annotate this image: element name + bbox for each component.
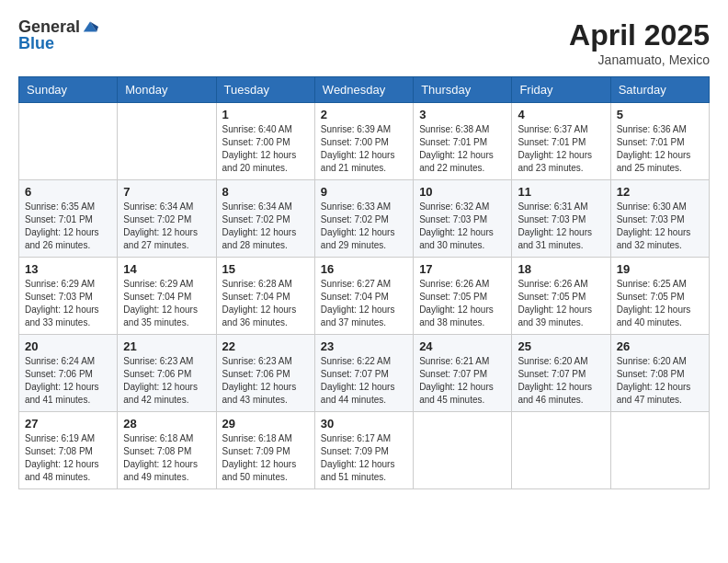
day-number: 8: [222, 185, 309, 199]
day-detail: Sunrise: 6:17 AM Sunset: 7:09 PM Dayligh…: [321, 432, 407, 484]
day-number: 26: [617, 339, 703, 353]
day-detail: Sunrise: 6:26 AM Sunset: 7:05 PM Dayligh…: [518, 278, 604, 329]
day-number: 7: [123, 185, 210, 199]
day-number: 3: [419, 108, 506, 121]
day-number: 5: [617, 108, 703, 121]
day-detail: Sunrise: 6:39 AM Sunset: 7:00 PM Dayligh…: [321, 123, 407, 175]
day-detail: Sunrise: 6:27 AM Sunset: 7:04 PM Dayligh…: [321, 278, 407, 329]
weekday-header: Saturday: [610, 77, 709, 103]
calendar-cell: 7Sunrise: 6:34 AM Sunset: 7:02 PM Daylig…: [118, 180, 216, 258]
logo: General Blue: [18, 18, 98, 52]
day-detail: Sunrise: 6:30 AM Sunset: 7:03 PM Dayligh…: [617, 201, 703, 252]
day-number: 2: [321, 108, 407, 121]
day-number: 19: [617, 262, 703, 276]
weekday-header: Wednesday: [314, 77, 413, 103]
day-detail: Sunrise: 6:18 AM Sunset: 7:09 PM Dayligh…: [222, 432, 309, 484]
day-number: 13: [25, 262, 111, 276]
day-number: 10: [419, 185, 506, 199]
calendar-cell: 15Sunrise: 6:28 AM Sunset: 7:04 PM Dayli…: [216, 258, 314, 335]
day-detail: Sunrise: 6:22 AM Sunset: 7:07 PM Dayligh…: [321, 355, 407, 407]
calendar-cell: 11Sunrise: 6:31 AM Sunset: 7:03 PM Dayli…: [512, 180, 610, 258]
day-number: 12: [617, 185, 703, 199]
calendar-cell: 29Sunrise: 6:18 AM Sunset: 7:09 PM Dayli…: [216, 412, 314, 489]
day-detail: Sunrise: 6:34 AM Sunset: 7:02 PM Dayligh…: [123, 201, 210, 252]
calendar-cell: 1Sunrise: 6:40 AM Sunset: 7:00 PM Daylig…: [216, 103, 314, 180]
calendar-cell: 22Sunrise: 6:23 AM Sunset: 7:06 PM Dayli…: [216, 335, 314, 412]
day-number: 4: [518, 108, 604, 121]
weekday-header: Friday: [512, 77, 610, 103]
day-number: 25: [518, 339, 604, 353]
day-number: 21: [123, 339, 210, 353]
day-detail: Sunrise: 6:20 AM Sunset: 7:07 PM Dayligh…: [518, 355, 604, 407]
day-number: 27: [25, 417, 111, 431]
day-number: 22: [222, 339, 309, 353]
location-title: Janamuato, Mexico: [569, 52, 710, 67]
calendar-cell: 4Sunrise: 6:37 AM Sunset: 7:01 PM Daylig…: [512, 103, 610, 180]
day-number: 30: [321, 417, 407, 431]
day-detail: Sunrise: 6:29 AM Sunset: 7:04 PM Dayligh…: [123, 278, 210, 329]
calendar-cell: 30Sunrise: 6:17 AM Sunset: 7:09 PM Dayli…: [314, 412, 413, 489]
day-detail: Sunrise: 6:26 AM Sunset: 7:05 PM Dayligh…: [419, 278, 506, 329]
weekday-header: Sunday: [19, 77, 118, 103]
calendar-cell: 23Sunrise: 6:22 AM Sunset: 7:07 PM Dayli…: [314, 335, 413, 412]
day-number: 18: [518, 262, 604, 276]
calendar-cell: 6Sunrise: 6:35 AM Sunset: 7:01 PM Daylig…: [19, 180, 118, 258]
calendar-cell: [118, 103, 216, 180]
day-number: 1: [222, 108, 309, 121]
calendar-cell: 14Sunrise: 6:29 AM Sunset: 7:04 PM Dayli…: [118, 258, 216, 335]
day-detail: Sunrise: 6:23 AM Sunset: 7:06 PM Dayligh…: [123, 355, 210, 407]
day-detail: Sunrise: 6:33 AM Sunset: 7:02 PM Dayligh…: [321, 201, 407, 252]
calendar-cell: 9Sunrise: 6:33 AM Sunset: 7:02 PM Daylig…: [314, 180, 413, 258]
calendar-cell: 13Sunrise: 6:29 AM Sunset: 7:03 PM Dayli…: [19, 258, 118, 335]
calendar-cell: 20Sunrise: 6:24 AM Sunset: 7:06 PM Dayli…: [19, 335, 118, 412]
day-detail: Sunrise: 6:20 AM Sunset: 7:08 PM Dayligh…: [617, 355, 703, 407]
day-detail: Sunrise: 6:29 AM Sunset: 7:03 PM Dayligh…: [25, 278, 111, 329]
calendar-cell: 5Sunrise: 6:36 AM Sunset: 7:01 PM Daylig…: [610, 103, 709, 180]
page-header: General Blue April 2025 Janamuato, Mexic…: [18, 18, 710, 67]
calendar-header-row: SundayMondayTuesdayWednesdayThursdayFrid…: [19, 77, 710, 103]
day-detail: Sunrise: 6:19 AM Sunset: 7:08 PM Dayligh…: [25, 432, 111, 484]
calendar-cell: 8Sunrise: 6:34 AM Sunset: 7:02 PM Daylig…: [216, 180, 314, 258]
day-number: 9: [321, 185, 407, 199]
day-number: 24: [419, 339, 506, 353]
day-number: 23: [321, 339, 407, 353]
day-detail: Sunrise: 6:38 AM Sunset: 7:01 PM Dayligh…: [419, 123, 506, 175]
day-number: 14: [123, 262, 210, 276]
calendar-cell: 10Sunrise: 6:32 AM Sunset: 7:03 PM Dayli…: [414, 180, 512, 258]
calendar-cell: 3Sunrise: 6:38 AM Sunset: 7:01 PM Daylig…: [414, 103, 512, 180]
day-detail: Sunrise: 6:31 AM Sunset: 7:03 PM Dayligh…: [518, 201, 604, 252]
calendar-cell: 12Sunrise: 6:30 AM Sunset: 7:03 PM Dayli…: [610, 180, 709, 258]
calendar-week-row: 13Sunrise: 6:29 AM Sunset: 7:03 PM Dayli…: [19, 258, 710, 335]
day-detail: Sunrise: 6:34 AM Sunset: 7:02 PM Dayligh…: [222, 201, 309, 252]
calendar-cell: 26Sunrise: 6:20 AM Sunset: 7:08 PM Dayli…: [610, 335, 709, 412]
day-detail: Sunrise: 6:28 AM Sunset: 7:04 PM Dayligh…: [222, 278, 309, 329]
title-block: April 2025 Janamuato, Mexico: [569, 18, 710, 67]
calendar-table: SundayMondayTuesdayWednesdayThursdayFrid…: [18, 76, 710, 489]
day-detail: Sunrise: 6:24 AM Sunset: 7:06 PM Dayligh…: [25, 355, 111, 407]
day-number: 15: [222, 262, 309, 276]
calendar-cell: [512, 412, 610, 489]
calendar-week-row: 1Sunrise: 6:40 AM Sunset: 7:00 PM Daylig…: [19, 103, 710, 180]
day-number: 16: [321, 262, 407, 276]
weekday-header: Tuesday: [216, 77, 314, 103]
day-number: 20: [25, 339, 111, 353]
day-detail: Sunrise: 6:40 AM Sunset: 7:00 PM Dayligh…: [222, 123, 309, 175]
calendar-cell: 2Sunrise: 6:39 AM Sunset: 7:00 PM Daylig…: [314, 103, 413, 180]
calendar-cell: 28Sunrise: 6:18 AM Sunset: 7:08 PM Dayli…: [118, 412, 216, 489]
calendar-cell: 16Sunrise: 6:27 AM Sunset: 7:04 PM Dayli…: [314, 258, 413, 335]
weekday-header: Monday: [118, 77, 216, 103]
calendar-cell: 27Sunrise: 6:19 AM Sunset: 7:08 PM Dayli…: [19, 412, 118, 489]
calendar-cell: 17Sunrise: 6:26 AM Sunset: 7:05 PM Dayli…: [414, 258, 512, 335]
calendar-cell: 18Sunrise: 6:26 AM Sunset: 7:05 PM Dayli…: [512, 258, 610, 335]
calendar-cell: [610, 412, 709, 489]
weekday-header: Thursday: [414, 77, 512, 103]
calendar-cell: 25Sunrise: 6:20 AM Sunset: 7:07 PM Dayli…: [512, 335, 610, 412]
day-detail: Sunrise: 6:21 AM Sunset: 7:07 PM Dayligh…: [419, 355, 506, 407]
calendar-cell: 21Sunrise: 6:23 AM Sunset: 7:06 PM Dayli…: [118, 335, 216, 412]
day-detail: Sunrise: 6:25 AM Sunset: 7:05 PM Dayligh…: [617, 278, 703, 329]
calendar-cell: 24Sunrise: 6:21 AM Sunset: 7:07 PM Dayli…: [414, 335, 512, 412]
day-number: 6: [25, 185, 111, 199]
day-detail: Sunrise: 6:32 AM Sunset: 7:03 PM Dayligh…: [419, 201, 506, 252]
calendar-cell: [414, 412, 512, 489]
day-detail: Sunrise: 6:23 AM Sunset: 7:06 PM Dayligh…: [222, 355, 309, 407]
